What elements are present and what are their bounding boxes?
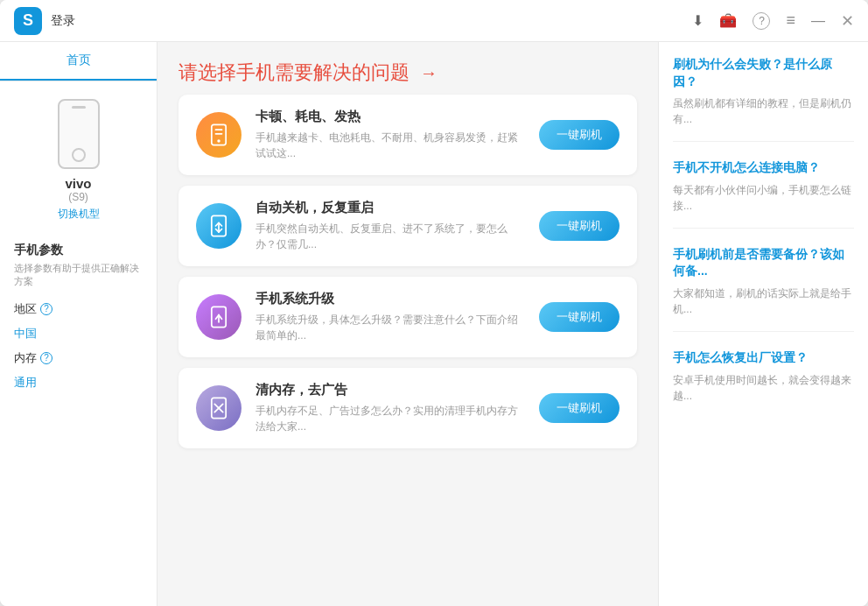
close-icon[interactable]: ✕ [841, 11, 854, 31]
help-icon[interactable]: ? [752, 12, 770, 30]
download-icon[interactable]: ⬇ [692, 12, 704, 29]
article-1-desc: 虽然刷机都有详细的教程，但是刷机仍有... [673, 95, 854, 127]
region-param: 地区 ? [0, 294, 157, 324]
switch-model-link[interactable]: 切换机型 [58, 207, 100, 222]
article-4: 手机怎么恢复出厂设置？ 安卓手机使用时间越长，就会变得越来越... [673, 349, 854, 418]
memory-value[interactable]: 通用 [0, 373, 157, 392]
card-upgrade-content: 手机系统升级 手机系统升级，具体怎么升级？需要注意什么？下面介绍最简单的... [256, 291, 525, 343]
content-area: 请选择手机需要解决的问题 → 卡顿、耗电、发热 [158, 42, 658, 606]
params-section: 手机参数 选择参数有助于提供正确解决方案 [0, 230, 157, 294]
sidebar: 首页 vivo (S9) 切换机型 手机参数 选择参数有助于提供正确解决方案 地… [0, 42, 158, 606]
region-value[interactable]: 中国 [0, 324, 157, 343]
card-clean-icon [196, 385, 242, 431]
article-3-title[interactable]: 手机刷机前是否需要备份？该如何备... [673, 246, 854, 280]
bag-icon[interactable]: 🧰 [719, 12, 737, 29]
article-4-desc: 安卓手机使用时间越长，就会变得越来越... [673, 372, 854, 404]
card-restart-icon [196, 203, 242, 249]
card-lag-btn[interactable]: 一键刷机 [539, 120, 620, 150]
card-clean-title: 清内存，去广告 [256, 382, 525, 398]
card-clean-desc: 手机内存不足、广告过多怎么办？实用的清理手机内存方法给大家... [256, 403, 525, 434]
menu-icon[interactable]: ≡ [786, 11, 795, 30]
card-upgrade-desc: 手机系统升级，具体怎么升级？需要注意什么？下面介绍最简单的... [256, 312, 525, 343]
card-upgrade: 手机系统升级 手机系统升级，具体怎么升级？需要注意什么？下面介绍最简单的... … [178, 277, 637, 357]
region-label: 地区 [14, 301, 37, 317]
arrow-icon: → [420, 63, 438, 83]
phone-preview: vivo (S9) 切换机型 [0, 81, 157, 230]
article-2-desc: 每天都有小伙伴问小编，手机要怎么链接... [673, 182, 854, 214]
phone-brand: vivo [65, 176, 91, 191]
card-restart-title: 自动关机，反复重启 [256, 200, 525, 216]
content-header: 请选择手机需要解决的问题 → [158, 42, 658, 95]
memory-help-icon[interactable]: ? [40, 352, 52, 364]
card-restart-desc: 手机突然自动关机、反复重启、进不了系统了，要怎么办？仅需几... [256, 221, 525, 252]
window-controls: ⬇ 🧰 ? ≡ — ✕ [692, 11, 854, 31]
card-clean-btn[interactable]: 一键刷机 [539, 393, 620, 423]
content-title: 请选择手机需要解决的问题 [178, 60, 410, 86]
article-2-title[interactable]: 手机不开机怎么连接电脑？ [673, 159, 854, 177]
main-layout: 首页 vivo (S9) 切换机型 手机参数 选择参数有助于提供正确解决方案 地… [0, 42, 868, 606]
card-clean: 清内存，去广告 手机内存不足、广告过多怎么办？实用的清理手机内存方法给大家...… [178, 368, 637, 448]
card-lag-desc: 手机越来越卡、电池耗电、不耐用、机身容易发烫，赶紧试试这... [256, 130, 525, 161]
article-3-desc: 大家都知道，刷机的话实际上就是给手机... [673, 285, 854, 317]
article-1: 刷机为什么会失败？是什么原因？ 虽然刷机都有详细的教程，但是刷机仍有... [673, 56, 854, 142]
card-clean-content: 清内存，去广告 手机内存不足、广告过多怎么办？实用的清理手机内存方法给大家... [256, 382, 525, 434]
app-window: S 登录 ⬇ 🧰 ? ≡ — ✕ 首页 vivo (S9) 切换机型 手机参 [0, 0, 868, 606]
memory-label: 内存 [14, 350, 37, 366]
card-upgrade-title: 手机系统升级 [256, 291, 525, 307]
sidebar-nav: 首页 [0, 42, 157, 81]
app-title: 登录 [51, 13, 692, 29]
sidebar-item-home[interactable]: 首页 [0, 42, 157, 81]
article-2: 手机不开机怎么连接电脑？ 每天都有小伙伴问小编，手机要怎么链接... [673, 159, 854, 229]
article-4-title[interactable]: 手机怎么恢复出厂设置？ [673, 349, 854, 367]
article-1-title[interactable]: 刷机为什么会失败？是什么原因？ [673, 56, 854, 90]
minimize-icon[interactable]: — [811, 13, 825, 29]
memory-param: 内存 ? [0, 343, 157, 373]
card-lag-icon [196, 112, 242, 158]
app-logo: S [14, 7, 42, 35]
card-upgrade-btn[interactable]: 一键刷机 [539, 302, 620, 332]
params-title: 手机参数 [14, 243, 143, 258]
card-lag: 卡顿、耗电、发热 手机越来越卡、电池耗电、不耐用、机身容易发烫，赶紧试试这...… [178, 95, 637, 175]
svg-point-3 [217, 139, 220, 143]
card-restart-content: 自动关机，反复重启 手机突然自动关机、反复重启、进不了系统了，要怎么办？仅需几.… [256, 200, 525, 252]
card-restart: 自动关机，反复重启 手机突然自动关机、反复重启、进不了系统了，要怎么办？仅需几.… [178, 186, 637, 266]
region-help-icon[interactable]: ? [40, 303, 52, 315]
article-3: 手机刷机前是否需要备份？该如何备... 大家都知道，刷机的话实际上就是给手机..… [673, 246, 854, 332]
phone-icon [58, 99, 100, 169]
card-upgrade-icon [196, 294, 242, 340]
card-lag-content: 卡顿、耗电、发热 手机越来越卡、电池耗电、不耐用、机身容易发烫，赶紧试试这... [256, 109, 525, 161]
card-restart-btn[interactable]: 一键刷机 [539, 211, 620, 241]
cards-container: 卡顿、耗电、发热 手机越来越卡、电池耗电、不耐用、机身容易发烫，赶紧试试这...… [158, 95, 658, 466]
card-lag-title: 卡顿、耗电、发热 [256, 109, 525, 125]
params-desc: 选择参数有助于提供正确解决方案 [14, 262, 143, 289]
phone-model: (S9) [68, 191, 88, 203]
right-panel: 刷机为什么会失败？是什么原因？ 虽然刷机都有详细的教程，但是刷机仍有... 手机… [658, 42, 868, 606]
title-bar: S 登录 ⬇ 🧰 ? ≡ — ✕ [0, 0, 868, 42]
